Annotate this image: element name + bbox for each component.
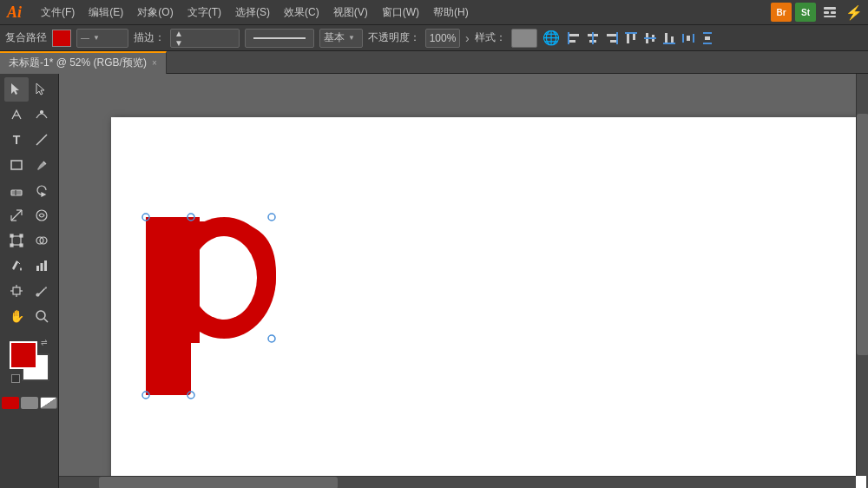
- type-tool[interactable]: T: [4, 128, 29, 152]
- fill-color-box[interactable]: [52, 30, 71, 47]
- line-tool[interactable]: [30, 128, 54, 152]
- svg-rect-23: [693, 34, 694, 43]
- vertical-scrollbar[interactable]: [856, 74, 868, 476]
- rect-tool[interactable]: [4, 153, 29, 177]
- stroke-weight-dropdown[interactable]: ▲▼: [170, 29, 240, 48]
- globe-icon[interactable]: 🌐: [542, 30, 560, 46]
- svg-rect-35: [11, 190, 22, 195]
- tab-close-button[interactable]: ×: [152, 58, 157, 68]
- align-center-h-icon[interactable]: [584, 30, 602, 47]
- rotate-tool[interactable]: [30, 178, 54, 202]
- stock-icon[interactable]: St: [795, 3, 816, 22]
- svg-point-70: [142, 392, 149, 399]
- tool-row-2: [4, 102, 54, 127]
- tool-row-4: [4, 153, 54, 177]
- eraser-tool[interactable]: [4, 178, 29, 202]
- workspace-icon[interactable]: [819, 3, 840, 22]
- svg-point-73: [268, 335, 275, 342]
- menu-effect[interactable]: 效果(C): [277, 0, 326, 25]
- svg-rect-4: [569, 34, 579, 36]
- gradient-mode-box[interactable]: [21, 397, 38, 409]
- svg-rect-6: [568, 32, 569, 44]
- svg-rect-27: [705, 36, 710, 40]
- menu-edit[interactable]: 编辑(E): [82, 0, 130, 25]
- color-section: ⇌: [10, 341, 49, 381]
- svg-rect-0: [824, 7, 836, 10]
- tool-row-5: [4, 178, 54, 202]
- align-middle-icon[interactable]: [641, 30, 659, 47]
- svg-rect-3: [824, 16, 836, 17]
- menu-object[interactable]: 对象(O): [130, 0, 180, 25]
- warp-tool[interactable]: [30, 203, 54, 228]
- free-transform-tool[interactable]: [4, 228, 29, 253]
- select-tool[interactable]: [4, 77, 29, 102]
- shape-builder-tool[interactable]: [30, 228, 54, 253]
- align-top-icon[interactable]: [622, 30, 640, 47]
- svg-marker-28: [11, 83, 19, 95]
- letter-p-container[interactable]: [137, 213, 302, 415]
- svg-rect-55: [13, 287, 20, 294]
- menu-type[interactable]: 文字(T): [181, 0, 228, 25]
- eyedropper-tool[interactable]: [30, 279, 54, 303]
- tool-row-1: [4, 77, 54, 102]
- stroke-type-arrow: ▼: [348, 34, 355, 42]
- hand-tool[interactable]: ✋: [4, 304, 29, 328]
- menu-right-icons: Br St ⚡: [771, 3, 865, 22]
- svg-line-32: [36, 135, 47, 145]
- svg-rect-11: [610, 40, 617, 43]
- none-mode-box[interactable]: [40, 397, 57, 409]
- svg-rect-2: [831, 11, 836, 14]
- zoom-tool[interactable]: [30, 304, 54, 328]
- svg-rect-10: [607, 34, 617, 36]
- document-tab[interactable]: 未标题-1* @ 52% (RGB/预览) ×: [0, 51, 167, 74]
- distribute-h-icon[interactable]: [680, 30, 697, 47]
- menu-file[interactable]: 文件(F): [34, 0, 82, 25]
- svg-rect-20: [671, 36, 674, 43]
- tool-row-9: [4, 279, 54, 303]
- curvature-tool[interactable]: [30, 102, 54, 127]
- tool-row-10: ✋: [4, 304, 54, 328]
- arrange-icons: [565, 30, 716, 47]
- align-right-icon[interactable]: [603, 30, 621, 47]
- paint-bucket-tool[interactable]: [4, 254, 29, 278]
- svg-point-61: [36, 311, 45, 320]
- distribute-v-icon[interactable]: [699, 30, 716, 47]
- svg-rect-5: [569, 40, 575, 43]
- pen-tool[interactable]: [4, 102, 29, 127]
- bridge-icon[interactable]: Br: [771, 3, 792, 22]
- stroke-dropdown[interactable]: — ▼: [76, 29, 128, 48]
- style-preview-box[interactable]: [511, 29, 537, 48]
- opacity-value[interactable]: 100%: [425, 29, 460, 48]
- vertical-scroll-thumb[interactable]: [857, 114, 868, 355]
- menu-window[interactable]: 窗口(W): [375, 0, 426, 25]
- svg-rect-9: [592, 32, 594, 44]
- svg-rect-18: [644, 37, 656, 39]
- foreground-color-box[interactable]: [10, 341, 37, 369]
- mode-row: [2, 397, 57, 409]
- svg-rect-46: [20, 234, 23, 237]
- menu-help[interactable]: 帮助(H): [426, 0, 476, 25]
- extensions-icon[interactable]: ⚡: [844, 3, 865, 22]
- menu-bar: Ai 文件(F) 编辑(E) 对象(O) 文字(T) 选择(S) 效果(C) 视…: [0, 0, 868, 25]
- menu-view[interactable]: 视图(V): [326, 0, 375, 25]
- artboard-tool[interactable]: [4, 279, 29, 303]
- canvas-area[interactable]: [59, 74, 868, 488]
- scale-tool[interactable]: [4, 203, 29, 228]
- color-mode-box[interactable]: [2, 397, 19, 409]
- direct-select-tool[interactable]: [30, 77, 54, 102]
- align-left-icon[interactable]: [565, 30, 582, 47]
- svg-rect-52: [36, 266, 39, 271]
- stroke-type-dropdown[interactable]: 基本 ▼: [319, 29, 363, 48]
- horizontal-scrollbar[interactable]: [59, 476, 856, 488]
- horizontal-scroll-thumb[interactable]: [99, 477, 338, 488]
- align-bottom-icon[interactable]: [661, 30, 678, 47]
- menu-select[interactable]: 选择(S): [228, 0, 277, 25]
- reset-colors-icon[interactable]: [11, 374, 20, 383]
- stroke-line-inner: [253, 37, 306, 39]
- opacity-arrow[interactable]: ›: [465, 31, 470, 45]
- swap-colors-icon[interactable]: ⇌: [41, 338, 48, 346]
- graph-tool[interactable]: [30, 254, 54, 278]
- pencil-tool[interactable]: [30, 153, 54, 177]
- opacity-text-label: 不透明度：: [368, 30, 420, 45]
- svg-rect-26: [703, 43, 712, 44]
